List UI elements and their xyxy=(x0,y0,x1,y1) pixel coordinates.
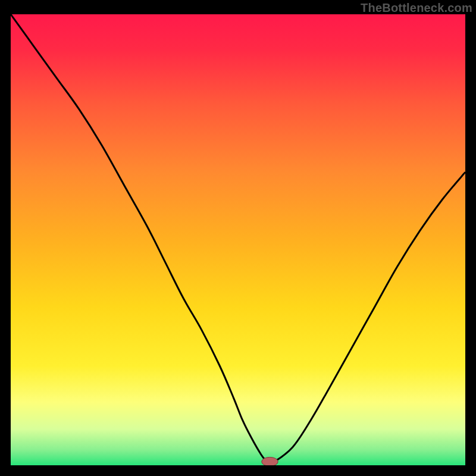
chart-frame: TheBottleneck.com xyxy=(0,0,476,476)
watermark: TheBottleneck.com xyxy=(361,1,472,15)
plot-area xyxy=(11,14,465,465)
bottleneck-chart xyxy=(11,14,465,465)
gradient-background xyxy=(11,14,465,465)
minimum-marker xyxy=(262,457,278,465)
